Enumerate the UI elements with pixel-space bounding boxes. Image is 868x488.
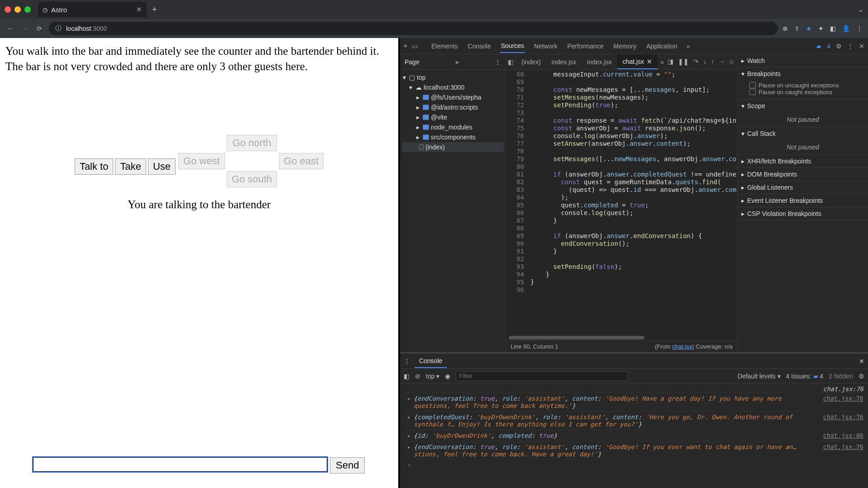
share-icon[interactable]: ⇪: [794, 25, 800, 32]
toggle-sidebar-icon[interactable]: ◧: [404, 373, 410, 380]
step-into-icon[interactable]: ↓: [703, 58, 706, 66]
tree-top[interactable]: ▾▢top: [402, 72, 504, 82]
console-log-entry[interactable]: ▸{endConversation: true, role: 'assistan…: [405, 392, 863, 411]
scope-section[interactable]: ▾Scope: [738, 100, 868, 112]
sidepanel-icon[interactable]: ◧: [830, 25, 836, 32]
inspect-element-icon[interactable]: ⌖: [404, 42, 407, 50]
close-drawer-icon[interactable]: ✕: [859, 358, 864, 365]
maximize-window-icon[interactable]: [24, 6, 31, 13]
menu-icon[interactable]: ⋮: [856, 25, 863, 32]
watch-section[interactable]: ▸Watch: [738, 54, 868, 67]
profile-icon[interactable]: 👤: [842, 25, 850, 32]
log-source-link[interactable]: chat.jsx:76: [818, 413, 863, 421]
more-tabs-icon[interactable]: »: [687, 43, 690, 50]
file-tab[interactable]: index.jsx: [546, 54, 582, 69]
hidden-count[interactable]: 2 hidden: [829, 373, 853, 380]
settings-gear-icon[interactable]: ⚙: [836, 43, 842, 50]
back-button[interactable]: ←: [5, 24, 15, 33]
code-editor[interactable]: 68 69 70 71 72 73 74 75 76 77 78 79 80 8…: [506, 70, 737, 336]
origin-link[interactable]: chat.jsx: [672, 343, 692, 350]
address-bar[interactable]: ⓘ localhost:3000: [49, 22, 778, 35]
extensions-icon[interactable]: ✦: [818, 25, 824, 32]
tab-memory[interactable]: Memory: [613, 40, 638, 53]
close-devtools-icon[interactable]: ✕: [859, 43, 864, 50]
file-tab[interactable]: index.jsx: [582, 54, 617, 69]
close-window-icon[interactable]: [5, 6, 11, 13]
dom-breakpoints-section[interactable]: ▸DOM Breakpoints: [738, 168, 868, 181]
pause-icon[interactable]: ❚❚: [678, 58, 689, 66]
live-expression-icon[interactable]: ◉: [445, 373, 450, 380]
editor-horizontal-scrollbar[interactable]: [506, 336, 737, 340]
minimize-window-icon[interactable]: [14, 6, 21, 13]
drawer-menu-icon[interactable]: ⋮: [404, 358, 410, 365]
tab-performance[interactable]: Performance: [566, 40, 604, 53]
tab-application[interactable]: Application: [645, 40, 678, 53]
issues-label[interactable]: 4 Issues: ▰ 4: [786, 373, 824, 380]
breakpoints-section[interactable]: ▾Breakpoints: [738, 67, 868, 80]
go-east-button[interactable]: Go east: [279, 153, 324, 169]
console-log-entry[interactable]: ▸{endConversation: true, role: 'assistan…: [405, 441, 863, 459]
log-source-link[interactable]: chat.jsx:86: [818, 432, 863, 439]
site-info-icon[interactable]: ⓘ: [55, 24, 62, 33]
zoom-icon[interactable]: ⊕: [782, 25, 788, 32]
log-levels-dropdown[interactable]: Default levels ▾: [738, 373, 781, 380]
browser-tab[interactable]: ◷ Astro ✕: [38, 2, 147, 17]
issues-icon[interactable]: ▰: [816, 43, 821, 50]
tab-list-chevron-icon[interactable]: ⌄: [858, 6, 863, 13]
tree-folder[interactable]: ▸node_modules: [402, 122, 504, 132]
go-south-button[interactable]: Go south: [227, 171, 277, 187]
navigator-menu-icon[interactable]: ⋮: [495, 58, 501, 66]
close-file-icon[interactable]: ✕: [647, 58, 652, 65]
code-text[interactable]: messageInput.current.value = ""; const n…: [527, 70, 737, 336]
tab-console[interactable]: Console: [467, 40, 491, 53]
devtools-menu-icon[interactable]: ⋮: [847, 43, 854, 50]
page-tab[interactable]: Page: [405, 58, 420, 66]
go-north-button[interactable]: Go north: [227, 135, 277, 151]
step-icon[interactable]: →: [719, 58, 725, 66]
step-out-icon[interactable]: ↑: [711, 58, 714, 66]
scrollbar-thumb[interactable]: [509, 336, 644, 340]
tree-host[interactable]: ▾☁localhost:3000: [402, 82, 504, 92]
file-tab-active[interactable]: chat.jsx✕: [617, 54, 658, 69]
tree-file-selected[interactable]: (index): [402, 142, 504, 152]
toggle-debugger-pane-icon[interactable]: ◨: [668, 58, 673, 66]
tab-elements[interactable]: Elements: [430, 40, 458, 53]
tree-folder[interactable]: ▸@id/astro:scripts: [402, 102, 504, 112]
log-source-link[interactable]: chat.jsx:76: [818, 443, 863, 450]
drawer-console-tab[interactable]: Console: [415, 354, 447, 368]
log-source-link[interactable]: chat.jsx:76: [818, 395, 863, 402]
device-toolbar-icon[interactable]: ▭: [412, 43, 418, 50]
tree-folder[interactable]: ▸@fs/Users/stepha: [402, 92, 504, 102]
step-over-icon[interactable]: ↷: [693, 58, 699, 66]
console-filter-input[interactable]: [456, 371, 628, 381]
navigator-more-icon[interactable]: »: [455, 58, 459, 66]
global-listeners-section[interactable]: ▸Global Listeners: [738, 181, 868, 194]
context-selector[interactable]: top ▾: [426, 373, 439, 380]
tree-folder[interactable]: ▸@vite: [402, 112, 504, 122]
console-output[interactable]: chat.jsx:76▸{endConversation: true, role…: [400, 383, 868, 488]
toggle-navigator-icon[interactable]: ◧: [506, 54, 516, 69]
talk-to-button[interactable]: Talk to: [75, 158, 114, 175]
tab-network[interactable]: Network: [533, 40, 558, 53]
event-listener-bp-section[interactable]: ▸Event Listener Breakpoints: [738, 194, 868, 207]
deactivate-breakpoints-icon[interactable]: ⦸: [730, 58, 734, 66]
callstack-section[interactable]: ▾Call Stack: [738, 127, 868, 140]
bookmark-star-icon[interactable]: ★: [806, 25, 812, 32]
more-files-icon[interactable]: »: [660, 58, 664, 66]
new-tab-button[interactable]: +: [152, 5, 157, 14]
csp-bp-section[interactable]: ▸CSP Violation Breakpoints: [738, 207, 868, 220]
take-button[interactable]: Take: [115, 158, 146, 175]
file-tab[interactable]: (index): [516, 54, 546, 69]
chat-input[interactable]: [33, 457, 327, 472]
pause-caught-toggle[interactable]: Pause on caught exceptions: [749, 89, 864, 96]
tree-folder[interactable]: ▸src/components: [402, 132, 504, 142]
close-tab-icon[interactable]: ✕: [136, 5, 142, 14]
reload-button[interactable]: ⟳: [34, 24, 44, 33]
console-settings-gear-icon[interactable]: ⚙: [858, 373, 864, 380]
clear-console-icon[interactable]: ⊘: [415, 373, 420, 380]
pause-uncaught-toggle[interactable]: Pause on uncaught exceptions: [749, 82, 864, 89]
xhr-breakpoints-section[interactable]: ▸XHR/fetch Breakpoints: [738, 155, 868, 167]
forward-button[interactable]: →: [20, 24, 30, 33]
console-log-entry[interactable]: ▸{id: 'buyDrOwenDrink', completed: true}…: [405, 430, 863, 441]
go-west-button[interactable]: Go west: [178, 153, 225, 169]
